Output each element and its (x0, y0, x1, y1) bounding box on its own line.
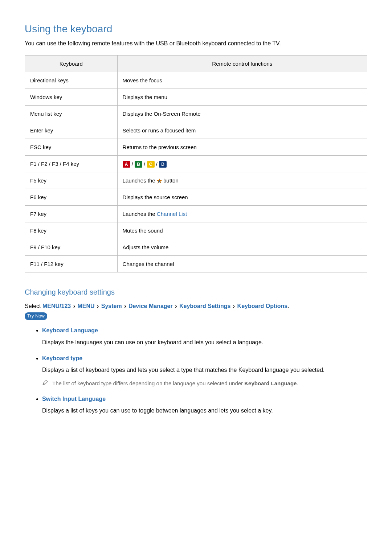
color-b-icon: B (135, 161, 142, 168)
cell-kbd: Menu list key (25, 105, 118, 122)
list-item: Switch Input Language Displays a list of… (42, 395, 367, 415)
cell-kbd: F11 / F12 key (25, 255, 118, 272)
cell-func: Displays the source screen (117, 189, 367, 205)
note-strong: Keyboard Language (244, 380, 297, 386)
th-keyboard: Keyboard (25, 55, 118, 72)
chevron-right-icon: › (96, 303, 99, 309)
cell-func: Moves the focus (117, 72, 367, 89)
cell-kbd: F6 key (25, 189, 118, 205)
smart-hub-icon (157, 178, 162, 184)
color-d-icon: D (159, 161, 167, 168)
menu-path: Select MENU/123 › MENU › System › Device… (25, 302, 367, 310)
cell-kbd: Enter key (25, 122, 118, 139)
table-row: F7 key Launches the Channel List (25, 205, 367, 222)
chevron-right-icon: › (73, 303, 76, 309)
path-seg: System (101, 303, 122, 309)
section-changing-settings-title: Changing keyboard settings (25, 287, 367, 297)
table-row: Directional keys Moves the focus (25, 72, 367, 89)
list-item: Keyboard type Displays a list of keyboar… (42, 354, 367, 387)
select-label: Select (25, 303, 42, 309)
table-row: F6 key Displays the source screen (25, 189, 367, 205)
sep: / (155, 161, 159, 167)
cell-func-abcd: A / B / C / D (117, 155, 367, 172)
try-now-button[interactable]: Try Now (25, 312, 47, 320)
color-a-icon: A (123, 161, 130, 168)
sep: / (142, 161, 147, 167)
path-seg: Device Manager (128, 303, 173, 309)
chevron-right-icon: › (123, 303, 127, 309)
path-seg: Keyboard Settings (179, 303, 230, 309)
chevron-right-icon: › (232, 303, 236, 309)
option-title: Switch Input Language (42, 395, 367, 403)
cell-func: Selects or runs a focused item (117, 122, 367, 139)
option-title: Keyboard Language (42, 327, 367, 335)
th-function: Remote control functions (117, 55, 367, 72)
cell-kbd: F8 key (25, 222, 118, 239)
cell-func: Returns to the previous screen (117, 139, 367, 155)
cell-func: Changes the channel (117, 255, 367, 272)
cell-func: Displays the menu (117, 89, 367, 105)
table-row: F8 key Mutes the sound (25, 222, 367, 239)
text: button (162, 177, 179, 184)
path-end: . (287, 303, 289, 309)
sep: / (130, 161, 135, 167)
table-row: F5 key Launches the button (25, 172, 367, 189)
intro-text: You can use the following remote feature… (25, 40, 367, 48)
table-row: Enter key Selects or runs a focused item (25, 122, 367, 139)
cell-func-smart: Launches the button (117, 172, 367, 189)
table-row: ESC key Returns to the previous screen (25, 139, 367, 155)
note: The list of keyboard type differs depend… (42, 379, 367, 387)
list-item: Keyboard Language Displays the languages… (42, 327, 367, 346)
option-title: Keyboard type (42, 354, 367, 362)
table-row: F11 / F12 key Changes the channel (25, 255, 367, 272)
path-seg: Keyboard Options (237, 303, 288, 309)
table-row: F9 / F10 key Adjusts the volume (25, 239, 367, 255)
page-title: Using the keyboard (25, 22, 367, 36)
color-c-icon: C (147, 161, 155, 168)
cell-kbd: F7 key (25, 205, 118, 222)
option-desc: Displays the languages you can use on yo… (42, 338, 367, 346)
cell-func: Displays the On-Screen Remote (117, 105, 367, 122)
cell-kbd: Windows key (25, 89, 118, 105)
cell-kbd: Directional keys (25, 72, 118, 89)
cell-kbd: F5 key (25, 172, 118, 189)
option-desc: Displays a list of keyboard types and le… (42, 366, 367, 374)
note-text: The list of keyboard type differs depend… (52, 379, 298, 387)
keyboard-table: Keyboard Remote control functions Direct… (25, 55, 367, 272)
cell-kbd: F1 / F2 / F3 / F4 key (25, 155, 118, 172)
table-row: Menu list key Displays the On-Screen Rem… (25, 105, 367, 122)
text: Launches the (123, 177, 157, 184)
text: Launches the (123, 211, 157, 217)
text: The list of keyboard type differs depend… (52, 380, 244, 386)
option-desc: Displays a list of keys you can use to t… (42, 407, 367, 415)
options-list: Keyboard Language Displays the languages… (25, 327, 367, 415)
cell-func: Mutes the sound (117, 222, 367, 239)
cell-kbd: ESC key (25, 139, 118, 155)
path-seg: MENU (77, 303, 94, 309)
path-seg: MENU/123 (42, 303, 71, 309)
pencil-icon (42, 380, 48, 386)
channel-list-link[interactable]: Channel List (157, 211, 187, 217)
table-row: Windows key Displays the menu (25, 89, 367, 105)
text: . (297, 380, 298, 386)
table-row: F1 / F2 / F3 / F4 key A / B / C / D (25, 155, 367, 172)
cell-func-link: Launches the Channel List (117, 205, 367, 222)
chevron-right-icon: › (174, 303, 177, 309)
cell-kbd: F9 / F10 key (25, 239, 118, 255)
cell-func: Adjusts the volume (117, 239, 367, 255)
